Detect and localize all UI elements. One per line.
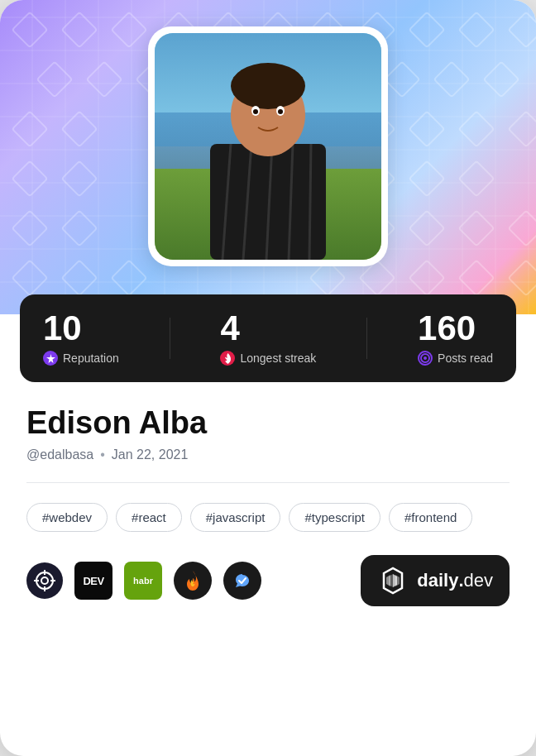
posts-read-label: Posts read (418, 351, 493, 366)
tag-webdev[interactable]: #webdev (26, 503, 108, 532)
dev-label: DEV (83, 575, 103, 587)
posts-read-icon (418, 351, 433, 366)
daily-suffix: dev (464, 570, 493, 591)
hero-section (0, 0, 536, 314)
tag-javascript[interactable]: #javascript (190, 503, 281, 532)
person-silhouette (177, 61, 359, 260)
streak-value: 4 (220, 311, 316, 346)
tags-container: #webdev #react #javascript #typescript #… (26, 503, 510, 532)
stat-streak: 4 Longest streak (220, 311, 316, 366)
habr-label: habr (133, 576, 153, 586)
join-date: Jan 22, 2021 (112, 447, 189, 462)
reputation-icon (43, 351, 58, 366)
tag-typescript[interactable]: #typescript (289, 503, 380, 532)
meta-dot: • (100, 447, 105, 462)
bluesky-social-icon[interactable] (223, 562, 261, 600)
profile-divider (26, 482, 510, 483)
stat-posts-read: 160 Posts read (418, 311, 493, 366)
avatar-wrapper (148, 26, 388, 266)
stat-reputation: 10 Reputation (43, 311, 119, 366)
bluesky-svg (232, 570, 253, 591)
reputation-label: Reputation (43, 351, 119, 366)
svg-marker-13 (46, 354, 55, 363)
streak-label: Longest streak (220, 351, 316, 366)
stats-bar: 10 Reputation 4 Longest streak (20, 294, 516, 382)
svg-point-17 (41, 577, 48, 584)
tag-frontend[interactable]: #frontend (389, 503, 472, 532)
crosshair-social-icon[interactable] (26, 562, 63, 599)
reputation-value: 10 (43, 311, 119, 346)
profile-name: Edison Alba (26, 405, 510, 441)
posts-read-value: 160 (418, 311, 493, 346)
crosshair-svg (34, 570, 55, 591)
streak-icon (220, 351, 235, 366)
flame-social-icon[interactable] (174, 562, 212, 600)
svg-line-5 (309, 144, 311, 260)
profile-content: Edison Alba @edalbasa • Jan 22, 2021 #we… (0, 382, 536, 756)
social-icons: DEV habr (26, 562, 261, 600)
profile-card: 10 Reputation 4 Longest streak (0, 0, 536, 756)
profile-meta: @edalbasa • Jan 22, 2021 (26, 447, 510, 462)
daily-name: daily (417, 570, 458, 591)
svg-point-15 (424, 356, 427, 360)
daily-dev-badge[interactable]: daily.dev (361, 555, 510, 606)
daily-dev-logo (377, 565, 409, 596)
tag-react[interactable]: #react (116, 503, 182, 532)
social-row: DEV habr (26, 555, 510, 606)
daily-dev-text: daily.dev (417, 570, 493, 591)
avatar (155, 33, 381, 260)
dev-social-icon[interactable]: DEV (74, 562, 112, 600)
svg-point-8 (231, 63, 305, 109)
username: @edalbasa (26, 447, 93, 462)
divider-2 (366, 318, 367, 359)
svg-point-12 (278, 109, 283, 114)
flame-svg (183, 569, 203, 592)
divider-1 (170, 318, 170, 359)
habr-social-icon[interactable]: habr (124, 562, 162, 600)
svg-point-11 (253, 109, 258, 114)
